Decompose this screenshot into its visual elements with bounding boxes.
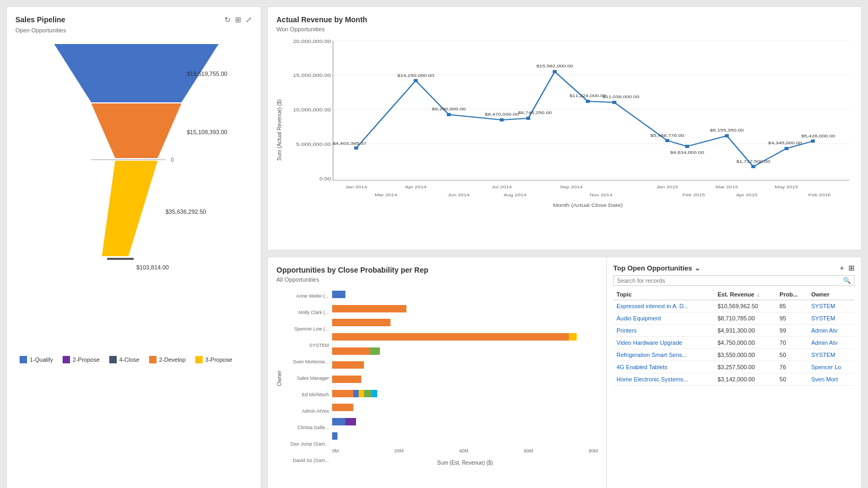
y-label-3: SYSTEM [284, 343, 329, 348]
sales-pipeline-header: Sales Pipeline ↻ ⊞ ⤢ [15, 15, 252, 24]
opp-title-text: Top Open Opportunities [613, 264, 692, 272]
owner-cell[interactable]: Admin Atv [808, 325, 855, 337]
topic-cell[interactable]: Refrigeration Smart Sens... [613, 349, 714, 361]
svg-text:$15,582,000.00: $15,582,000.00 [536, 64, 573, 68]
legend-item-3propose: 3-Propose [195, 356, 232, 363]
legend-item-1qualify: 1-Qualify [20, 356, 53, 363]
y-label-10: David So (Sam... [284, 458, 329, 463]
owner-cell[interactable]: Sven Mort [808, 373, 855, 386]
svg-text:May 2015: May 2015 [775, 185, 798, 189]
revenue-chart-card: Actual Revenue by Month Won Opportunitie… [267, 6, 862, 250]
opp-title-icons: + ⊞ [840, 264, 855, 272]
opp-bar-chart: Owner Anne Weiler (... Molly Clark (... … [276, 288, 598, 468]
bar-row-2 [332, 319, 598, 326]
revenue-line-chart-svg: 20,000,000.00 15,000,000.00 10,000,000.0… [283, 34, 853, 215]
funnel-level-2[interactable] [91, 103, 181, 158]
dp-7 [586, 100, 589, 103]
legend-label-2propose: 2-Propose [73, 356, 100, 363]
svg-text:Sep 2014: Sep 2014 [560, 185, 583, 189]
prob-cell: 50 [776, 349, 808, 361]
topic-cell[interactable]: Expressed interest in A. D... [613, 300, 714, 312]
revenue-chart-title: Actual Revenue by Month [276, 15, 853, 24]
svg-text:$4,345,000.00: $4,345,000.00 [768, 141, 802, 145]
topic-cell[interactable]: Audio Equipment [613, 312, 714, 325]
svg-text:15,000,000.00: 15,000,000.00 [293, 73, 331, 78]
col-prob: Prob... [776, 289, 808, 300]
owner-cell[interactable]: SYSTEM [808, 300, 855, 312]
dp-5 [526, 117, 530, 120]
dp-8 [612, 101, 616, 104]
y-label-6: Ed Michitsch [284, 392, 329, 397]
funnel-level-3[interactable] [102, 161, 158, 256]
legend-color-3propose [195, 356, 203, 363]
svg-text:$14,250,000.00: $14,250,000.00 [397, 73, 434, 78]
y-label-0: Anne Weiler (... [284, 293, 329, 299]
prob-cell: 85 [776, 300, 808, 312]
table-row: Expressed interest in A. D... $10,569,96… [613, 300, 855, 312]
svg-text:Jun 2014: Jun 2014 [448, 193, 470, 197]
funnel-label-4: $103,814.00 [136, 264, 169, 271]
topic-cell[interactable]: Video Hardware Upgrade [613, 337, 714, 349]
dp-9 [665, 139, 669, 142]
dp-14 [811, 140, 814, 143]
topic-cell[interactable]: 4G Enabled Tablets [613, 361, 714, 373]
opp-table: Topic Est. Revenue ↓ Prob... Owner Expre… [613, 289, 855, 386]
bar-x-title: Sum (Est. Revenue) ($) [332, 460, 598, 466]
opp-table-body: Expressed interest in A. D... $10,569,96… [613, 300, 855, 386]
owner-cell[interactable]: SYSTEM [808, 349, 855, 361]
prob-cell: 70 [776, 337, 808, 349]
svg-text:Jan 2014: Jan 2014 [345, 185, 367, 189]
y-label-2: Spencer Low (... [284, 326, 329, 332]
bar-x-labels: 0M 20M 40M 60M 80M [332, 448, 598, 454]
opp-title-chevron[interactable]: ⌄ [695, 264, 700, 272]
svg-text:Jan 2015: Jan 2015 [656, 185, 678, 189]
x-label-2: 40M [459, 448, 468, 454]
funnel-container: 0 $19,519,755.00 $15,108,393.00 $35,636,… [15, 39, 252, 346]
dp-4 [500, 118, 504, 121]
revenue-line [356, 72, 813, 167]
opp-probability-card: Opportunities by Close Probability per R… [267, 257, 607, 488]
refresh-icon[interactable]: ↻ [224, 15, 231, 24]
sales-pipeline-card: Sales Pipeline ↻ ⊞ ⤢ Open Opportunities … [6, 6, 261, 488]
topic-cell[interactable]: Printers [613, 325, 714, 337]
revenue-cell: $10,569,962.50 [714, 300, 776, 312]
svg-text:$4,403,385.37: $4,403,385.37 [333, 141, 367, 146]
opp-table-header-row: Topic Est. Revenue ↓ Prob... Owner [613, 289, 855, 300]
bar-row-7 [332, 390, 598, 397]
table-icon[interactable]: ⊞ [235, 15, 241, 24]
svg-text:$11,224,000.00: $11,224,000.00 [569, 93, 606, 98]
owner-cell[interactable]: Admin Atv [808, 337, 855, 349]
opp-search-bar[interactable]: 🔍 [613, 275, 855, 286]
y-label-1: Molly Clark (... [284, 310, 329, 315]
expand-icon[interactable]: ⤢ [246, 15, 252, 24]
bar-row-9 [332, 418, 598, 425]
owner-cell[interactable]: Spencer Lo [808, 361, 855, 373]
revenue-chart-subtitle: Won Opportunities [276, 26, 853, 32]
top-open-opp-card: Top Open Opportunities ⌄ + ⊞ 🔍 Topic Est… [607, 257, 862, 488]
revenue-y-axis-label: Sum (Actual Revenue) ($) [276, 34, 282, 225]
opp-prob-subtitle: All Opportunities [276, 276, 598, 283]
topic-cell[interactable]: Home Electronic Systems... [613, 373, 714, 386]
opp-search-input[interactable] [617, 277, 843, 284]
svg-text:$11,036,000.00: $11,036,000.00 [603, 94, 639, 99]
svg-text:Month (Actual Close Date): Month (Actual Close Date) [553, 203, 622, 208]
table-row: Refrigeration Smart Sens... $3,550,000.0… [613, 349, 855, 361]
svg-text:$6,155,350.00: $6,155,350.00 [710, 128, 744, 133]
funnel-label-1: $19,519,755.00 [187, 71, 227, 77]
opp-table-icon[interactable]: ⊞ [848, 264, 855, 272]
col-revenue[interactable]: Est. Revenue ↓ [714, 289, 776, 300]
opp-add-icon[interactable]: + [840, 264, 844, 272]
revenue-cell: $4,931,300.00 [714, 325, 776, 337]
owner-cell[interactable]: SYSTEM [808, 312, 855, 325]
legend-color-2propose [63, 356, 70, 363]
table-row: Video Hardware Upgrade $4,750,000.00 70 … [613, 337, 855, 349]
bar-row-4 [332, 347, 598, 355]
y-label-7: Admin AtVox [284, 408, 329, 414]
prob-cell: 95 [776, 312, 808, 325]
x-label-4: 80M [588, 448, 598, 454]
y-label-9: Dan Jump (Sam... [284, 441, 329, 447]
svg-text:Mar 2015: Mar 2015 [716, 185, 738, 189]
funnel-label-3: $35,636,292.50 [166, 208, 206, 215]
bar-row-8 [332, 404, 598, 411]
svg-text:0.00: 0.00 [319, 176, 331, 181]
